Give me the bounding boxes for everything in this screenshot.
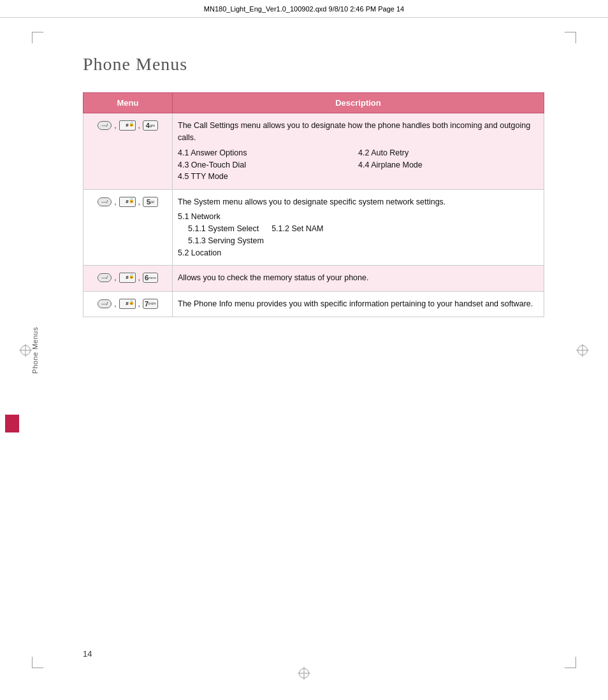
- menu-cell-6: —/ , #🔒 , 6mno: [83, 266, 173, 291]
- menu-key-icon: —/: [98, 121, 112, 130]
- table-row: —/ , #🔒 , 7pqrs The Phone Info menu prov…: [83, 291, 544, 317]
- desc-cell-4: The Call Settings menu allows you to des…: [173, 113, 544, 190]
- menu-item: 4.4 Airplane Mode: [358, 159, 539, 171]
- desc-text-6: Allows you to check the memory status of…: [178, 272, 539, 284]
- menu-key-icon: —/: [98, 273, 112, 282]
- menu-item: 5.1.3 Serving System: [188, 235, 539, 247]
- hash-lock-key: #🔒: [119, 120, 136, 131]
- menu-item: 5.1 Network: [178, 211, 539, 223]
- col-header-menu: Menu: [83, 93, 173, 113]
- desc-text-7: The Phone Info menu provides you with sp…: [178, 298, 539, 310]
- menu-key-icon: —/: [98, 299, 112, 308]
- hash-lock-key: #🔒: [119, 197, 136, 207]
- menu-cell-7: —/ , #🔒 , 7pqrs: [83, 291, 173, 317]
- sidebar-label: Phone Menus: [31, 327, 39, 373]
- hash-lock-key: #🔒: [119, 273, 136, 283]
- desc-cell-6: Allows you to check the memory status of…: [173, 266, 544, 291]
- main-content: Menu Description —/ , #🔒 ,: [83, 92, 544, 317]
- page-number: 14: [83, 649, 92, 659]
- num-key-5: 5jkl: [143, 197, 158, 207]
- menu-key-icon: —/: [98, 197, 112, 206]
- reg-mark-bottom: [298, 667, 310, 680]
- menu-item: 4.2 Auto Retry: [358, 147, 539, 159]
- table-row: —/ , #🔒 , 6mno Allows you to check the m…: [83, 266, 544, 291]
- page-header: MN180_Light_Eng_Ver1.0_100902.qxd 9/8/10…: [0, 0, 608, 18]
- menu-item: 4.5 TTY Mode: [178, 172, 228, 181]
- header-text: MN180_Light_Eng_Ver1.0_100902.qxd 9/8/10…: [204, 5, 404, 13]
- page-title: Phone Menus: [83, 54, 187, 75]
- menu-item: 4.1 Answer Options: [178, 147, 358, 159]
- sidebar: Phone Menus: [0, 127, 38, 573]
- num-key-4: 4ghi: [143, 120, 158, 131]
- desc-cell-7: The Phone Info menu provides you with sp…: [173, 291, 544, 317]
- menu-table: Menu Description —/ , #🔒 ,: [83, 92, 544, 317]
- num-key-6: 6mno: [143, 273, 158, 283]
- menu-item: 5.2 Location: [178, 247, 539, 259]
- table-row: —/ , #🔒 , 5jkl The System menu allows yo…: [83, 190, 544, 266]
- menu-item: 4.3 One-Touch Dial: [178, 159, 358, 171]
- num-key-7: 7pqrs: [143, 299, 158, 309]
- desc-cell-5: The System menu allows you to designate …: [173, 190, 544, 266]
- crop-mark-tr: [565, 32, 576, 43]
- table-row: —/ , #🔒 , 4ghi The Call Settings menu al…: [83, 113, 544, 190]
- desc-text-5: The System menu allows you to designate …: [178, 196, 539, 208]
- menu-cell-5: —/ , #🔒 , 5jkl: [83, 190, 173, 266]
- col-header-desc: Description: [173, 93, 544, 113]
- reg-mark-right: [576, 344, 589, 357]
- crop-mark-br: [565, 657, 576, 668]
- crop-mark-tl: [32, 32, 43, 43]
- menu-cell-4: —/ , #🔒 , 4ghi: [83, 113, 173, 190]
- sidebar-bar: [5, 415, 19, 432]
- desc-text-4: The Call Settings menu allows you to des…: [178, 120, 539, 145]
- crop-mark-bl: [32, 657, 43, 668]
- menu-item: 5.1.1 System Select5.1.2 Set NAM: [188, 223, 539, 235]
- hash-lock-key: #🔒: [119, 299, 136, 309]
